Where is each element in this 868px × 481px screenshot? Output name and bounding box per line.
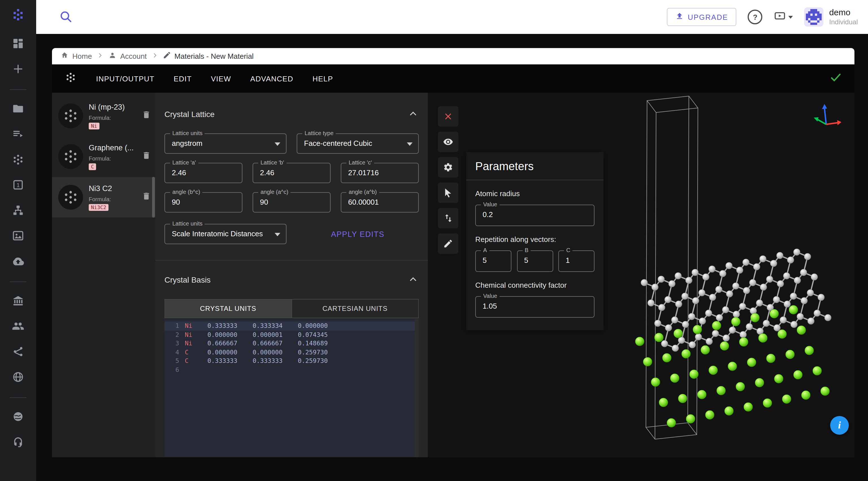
public-web-icon[interactable] [12,410,24,423]
code-line[interactable]: 5C0.3333330.3333330.259730 [164,357,419,365]
material-title: Graphene (... [89,143,137,152]
home-icon [60,51,69,61]
share-icon[interactable] [12,345,24,358]
repetition-c-input[interactable]: C 1 [558,250,594,272]
delete-material-icon[interactable] [142,191,151,203]
axes-gizmo-icon[interactable] [808,102,842,134]
molecule-logo-icon [64,71,77,86]
support-headset-icon[interactable] [12,436,24,448]
breadcrumb-account[interactable]: Account [107,51,147,61]
upgrade-label: UPGRADE [688,13,728,21]
entity-count-icon[interactable]: 1 [12,179,24,191]
people-icon[interactable] [12,320,24,332]
upgrade-button[interactable]: UPGRADE [667,8,737,26]
search-icon[interactable] [59,10,73,24]
menu-help[interactable]: HELP [312,74,333,83]
close-icon[interactable] [438,106,458,127]
help-icon[interactable]: ? [748,10,763,24]
angle-beta-input[interactable]: angle (a^c) 90 [253,192,331,212]
menu-input-output[interactable]: INPUT/OUTPUT [96,74,155,83]
code-line[interactable]: 1Ni0.3333330.3333340.000000 [164,322,419,330]
atomic-radius-label: Atomic radius [475,189,594,198]
apply-edits-button[interactable]: APPLY EDITS [328,229,388,239]
lattice-units-select[interactable]: Lattice units angstrom [164,133,286,154]
designer-window: Home Account Materials - New Material IN… [52,48,855,457]
code-line[interactable]: 3Ni0.6666670.6666670.148689 [164,339,419,348]
section-title: Crystal Lattice [164,110,214,119]
code-line[interactable]: 2Ni0.0000000.0000010.074345 [164,330,419,339]
menu-edit[interactable]: EDIT [174,74,192,83]
add-icon[interactable] [12,63,24,75]
workflow-tree-icon[interactable] [12,204,24,216]
formula-chip: C [89,163,96,170]
rail-divider [10,397,27,398]
organization-bank-icon[interactable] [12,295,24,307]
lattice-a-input[interactable]: Lattice 'a' 2.46 [164,163,242,183]
edit-pencil-icon[interactable] [438,234,458,254]
basis-code-editor[interactable]: 1Ni0.3333330.3333340.000000 2Ni0.0000000… [164,319,419,457]
viewer-toolbar [438,106,458,254]
user-name: demo [829,7,858,18]
repetition-label: Repetition along vectors: [475,235,594,244]
settings-gear-icon[interactable] [438,157,458,178]
screen-share-menu[interactable] [774,10,793,24]
folder-icon[interactable] [12,102,24,115]
globe-icon[interactable] [12,371,24,383]
menu-advanced[interactable]: ADVANCED [250,74,293,83]
tab-cartesian-units[interactable]: CARTESIAN UNITS [291,300,418,318]
select-cursor-icon[interactable] [438,183,458,203]
chevron-down-icon [788,16,793,18]
account-menu[interactable]: demo Individual [804,7,858,27]
gallery-icon[interactable] [12,230,24,242]
lattice-c-input[interactable]: Lattice 'c' 27.01716 [341,163,419,183]
repetition-b-input[interactable]: B 5 [517,250,553,272]
viewer-3d[interactable]: Parameters Atomic radius Value 0.2 Repet… [428,93,855,457]
breadcrumb: Home Account Materials - New Material [52,48,855,64]
svg-text:1: 1 [17,182,20,188]
avatar [804,7,824,27]
person-icon [107,51,117,61]
material-title: Ni3 C2 [89,184,137,192]
lattice-type-select[interactable]: Lattice type Face-centered Cubic [297,133,419,154]
visibility-eye-icon[interactable] [438,132,458,152]
scrollbar[interactable] [415,319,419,457]
delete-material-icon[interactable] [142,110,151,122]
materials-molecule-icon[interactable] [12,153,24,166]
unit-cell-wireframe [646,96,698,439]
info-button[interactable]: i [830,416,849,434]
cloud-upload-icon[interactable] [12,255,24,267]
code-line[interactable]: 4C0.0000000.0000000.259730 [164,348,419,357]
chevron-down-icon [275,143,280,146]
scrollbar-thumb[interactable] [152,177,155,218]
rail-divider [10,89,27,90]
material-list-item[interactable]: Graphene (... Formula: C [52,136,155,177]
parameters-title: Parameters [475,160,594,173]
angle-gamma-input[interactable]: angle (a^b) 60.00001 [341,192,419,212]
code-line[interactable]: 6 [164,365,419,374]
left-rail: 1 [0,0,36,481]
formula-chip: Ni [89,122,99,129]
save-check-icon[interactable] [830,71,842,86]
dashboard-icon[interactable] [12,37,24,50]
app-root: 1 UPGRADE ? [0,0,868,481]
breadcrumb-home[interactable]: Home [60,51,92,61]
brand-logo-icon[interactable] [11,8,25,24]
jobs-list-icon[interactable] [12,128,24,140]
tab-crystal-units[interactable]: CRYSTAL UNITS [165,300,291,318]
collapse-section-icon[interactable] [407,274,419,285]
material-list-item[interactable]: Ni (mp-23) Formula: Ni [52,95,155,136]
delete-material-icon[interactable] [142,151,151,162]
angle-alpha-input[interactable]: angle (b^c) 90 [164,192,242,212]
lattice-b-input[interactable]: Lattice 'b' 2.46 [253,163,331,183]
chevron-right-icon [96,52,103,60]
lattice-units-scale-select[interactable]: Lattice units Scale Interatomic Distance… [164,224,286,244]
material-list-item-selected[interactable]: Ni3 C2 Formula: Ni3C2 [52,177,155,218]
section-divider [155,260,428,261]
material-title: Ni (mp-23) [89,102,137,111]
connectivity-input[interactable]: Value 1.05 [475,296,594,318]
repetition-a-input[interactable]: A 5 [475,250,512,272]
atomic-radius-input[interactable]: Value 0.2 [475,205,594,226]
import-export-icon[interactable] [438,208,458,228]
menu-view[interactable]: VIEW [211,74,231,83]
collapse-section-icon[interactable] [407,109,419,120]
